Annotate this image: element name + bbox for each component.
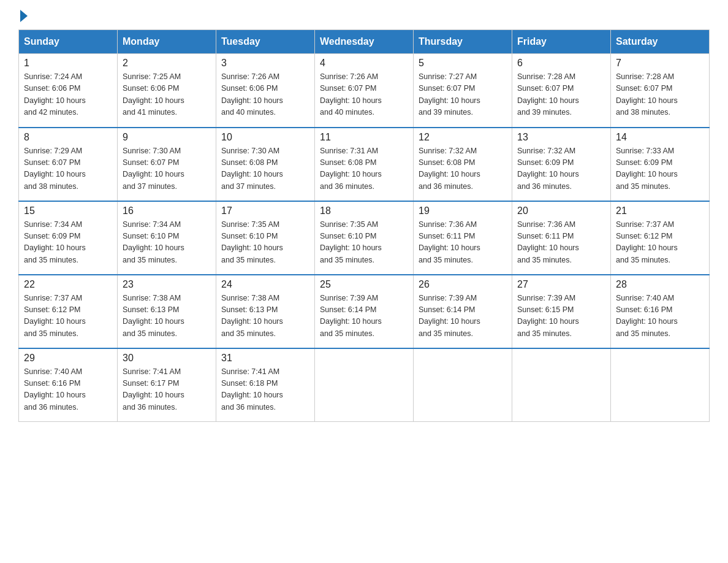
day-number: 22: [24, 279, 112, 290]
calendar-week-row: 1Sunrise: 7:24 AMSunset: 6:06 PMDaylight…: [19, 54, 710, 128]
logo-text: [18, 12, 28, 22]
day-number: 20: [517, 205, 605, 216]
day-info: Sunrise: 7:26 AMSunset: 6:07 PMDaylight:…: [320, 71, 408, 119]
calendar-cell: [414, 348, 512, 422]
day-info: Sunrise: 7:35 AMSunset: 6:10 PMDaylight:…: [221, 219, 309, 267]
day-info: Sunrise: 7:27 AMSunset: 6:07 PMDaylight:…: [419, 71, 507, 119]
day-number: 19: [419, 205, 507, 216]
day-info: Sunrise: 7:34 AMSunset: 6:09 PMDaylight:…: [24, 219, 112, 267]
day-info: Sunrise: 7:37 AMSunset: 6:12 PMDaylight:…: [616, 219, 704, 267]
day-info: Sunrise: 7:41 AMSunset: 6:18 PMDaylight:…: [221, 366, 309, 414]
calendar-cell: 1Sunrise: 7:24 AMSunset: 6:06 PMDaylight…: [19, 54, 118, 128]
calendar-cell: 12Sunrise: 7:32 AMSunset: 6:08 PMDayligh…: [414, 128, 512, 201]
day-number: 30: [123, 353, 211, 364]
header-monday: Monday: [118, 30, 216, 54]
day-number: 27: [517, 279, 605, 290]
day-number: 11: [320, 132, 408, 143]
calendar-cell: 10Sunrise: 7:30 AMSunset: 6:08 PMDayligh…: [216, 128, 315, 201]
day-number: 12: [419, 132, 507, 143]
day-number: 31: [221, 353, 309, 364]
day-number: 23: [123, 279, 211, 290]
header-thursday: Thursday: [414, 30, 512, 54]
day-number: 3: [221, 58, 309, 69]
day-info: Sunrise: 7:31 AMSunset: 6:08 PMDaylight:…: [320, 145, 408, 193]
day-info: Sunrise: 7:30 AMSunset: 6:08 PMDaylight:…: [221, 145, 309, 193]
day-number: 5: [419, 58, 507, 69]
calendar-week-row: 22Sunrise: 7:37 AMSunset: 6:12 PMDayligh…: [19, 275, 710, 348]
calendar-cell: 14Sunrise: 7:33 AMSunset: 6:09 PMDayligh…: [611, 128, 710, 201]
page-header: [18, 12, 710, 18]
day-number: 24: [221, 279, 309, 290]
calendar-cell: 31Sunrise: 7:41 AMSunset: 6:18 PMDayligh…: [216, 348, 315, 422]
calendar-cell: 24Sunrise: 7:38 AMSunset: 6:13 PMDayligh…: [216, 275, 315, 348]
calendar-cell: [512, 348, 611, 422]
day-number: 9: [123, 132, 211, 143]
calendar-week-row: 29Sunrise: 7:40 AMSunset: 6:16 PMDayligh…: [19, 348, 710, 422]
day-info: Sunrise: 7:32 AMSunset: 6:08 PMDaylight:…: [419, 145, 507, 193]
header-friday: Friday: [512, 30, 611, 54]
calendar-cell: [611, 348, 710, 422]
calendar-cell: 9Sunrise: 7:30 AMSunset: 6:07 PMDaylight…: [118, 128, 216, 201]
calendar-cell: [315, 348, 414, 422]
day-info: Sunrise: 7:28 AMSunset: 6:07 PMDaylight:…: [517, 71, 605, 119]
calendar-cell: 23Sunrise: 7:38 AMSunset: 6:13 PMDayligh…: [118, 275, 216, 348]
day-info: Sunrise: 7:38 AMSunset: 6:13 PMDaylight:…: [123, 293, 211, 340]
day-info: Sunrise: 7:30 AMSunset: 6:07 PMDaylight:…: [123, 145, 211, 193]
calendar-cell: 19Sunrise: 7:36 AMSunset: 6:11 PMDayligh…: [414, 201, 512, 275]
calendar-cell: 6Sunrise: 7:28 AMSunset: 6:07 PMDaylight…: [512, 54, 611, 128]
day-number: 8: [24, 132, 112, 143]
day-number: 13: [517, 132, 605, 143]
calendar-table: SundayMondayTuesdayWednesdayThursdayFrid…: [18, 29, 710, 422]
day-number: 7: [616, 58, 704, 69]
calendar-cell: 16Sunrise: 7:34 AMSunset: 6:10 PMDayligh…: [118, 201, 216, 275]
calendar-cell: 29Sunrise: 7:40 AMSunset: 6:16 PMDayligh…: [19, 348, 118, 422]
calendar-cell: 11Sunrise: 7:31 AMSunset: 6:08 PMDayligh…: [315, 128, 414, 201]
calendar-cell: 8Sunrise: 7:29 AMSunset: 6:07 PMDaylight…: [19, 128, 118, 201]
day-info: Sunrise: 7:39 AMSunset: 6:14 PMDaylight:…: [419, 293, 507, 340]
day-info: Sunrise: 7:36 AMSunset: 6:11 PMDaylight:…: [517, 219, 605, 267]
day-info: Sunrise: 7:32 AMSunset: 6:09 PMDaylight:…: [517, 145, 605, 193]
day-number: 21: [616, 205, 704, 216]
day-number: 14: [616, 132, 704, 143]
day-info: Sunrise: 7:36 AMSunset: 6:11 PMDaylight:…: [419, 219, 507, 267]
day-info: Sunrise: 7:28 AMSunset: 6:07 PMDaylight:…: [616, 71, 704, 119]
calendar-cell: 3Sunrise: 7:26 AMSunset: 6:06 PMDaylight…: [216, 54, 315, 128]
calendar-cell: 5Sunrise: 7:27 AMSunset: 6:07 PMDaylight…: [414, 54, 512, 128]
day-number: 1: [24, 58, 112, 69]
day-number: 26: [419, 279, 507, 290]
header-wednesday: Wednesday: [315, 30, 414, 54]
calendar-cell: 30Sunrise: 7:41 AMSunset: 6:17 PMDayligh…: [118, 348, 216, 422]
day-number: 6: [517, 58, 605, 69]
calendar-cell: 26Sunrise: 7:39 AMSunset: 6:14 PMDayligh…: [414, 275, 512, 348]
day-info: Sunrise: 7:33 AMSunset: 6:09 PMDaylight:…: [616, 145, 704, 193]
day-info: Sunrise: 7:40 AMSunset: 6:16 PMDaylight:…: [24, 366, 112, 414]
calendar-cell: 25Sunrise: 7:39 AMSunset: 6:14 PMDayligh…: [315, 275, 414, 348]
day-info: Sunrise: 7:34 AMSunset: 6:10 PMDaylight:…: [123, 219, 211, 267]
header-saturday: Saturday: [611, 30, 710, 54]
calendar-cell: 17Sunrise: 7:35 AMSunset: 6:10 PMDayligh…: [216, 201, 315, 275]
calendar-cell: 2Sunrise: 7:25 AMSunset: 6:06 PMDaylight…: [118, 54, 216, 128]
logo: [18, 12, 28, 18]
day-info: Sunrise: 7:35 AMSunset: 6:10 PMDaylight:…: [320, 219, 408, 267]
day-number: 18: [320, 205, 408, 216]
day-info: Sunrise: 7:24 AMSunset: 6:06 PMDaylight:…: [24, 71, 112, 119]
day-number: 28: [616, 279, 704, 290]
header-tuesday: Tuesday: [216, 30, 315, 54]
day-info: Sunrise: 7:41 AMSunset: 6:17 PMDaylight:…: [123, 366, 211, 414]
logo-triangle-icon: [20, 10, 28, 22]
day-number: 29: [24, 353, 112, 364]
day-number: 25: [320, 279, 408, 290]
day-info: Sunrise: 7:25 AMSunset: 6:06 PMDaylight:…: [123, 71, 211, 119]
calendar-cell: 20Sunrise: 7:36 AMSunset: 6:11 PMDayligh…: [512, 201, 611, 275]
day-info: Sunrise: 7:40 AMSunset: 6:16 PMDaylight:…: [616, 293, 704, 340]
calendar-cell: 7Sunrise: 7:28 AMSunset: 6:07 PMDaylight…: [611, 54, 710, 128]
day-info: Sunrise: 7:37 AMSunset: 6:12 PMDaylight:…: [24, 293, 112, 340]
calendar-cell: 22Sunrise: 7:37 AMSunset: 6:12 PMDayligh…: [19, 275, 118, 348]
day-number: 10: [221, 132, 309, 143]
calendar-week-row: 8Sunrise: 7:29 AMSunset: 6:07 PMDaylight…: [19, 128, 710, 201]
calendar-cell: 21Sunrise: 7:37 AMSunset: 6:12 PMDayligh…: [611, 201, 710, 275]
day-number: 15: [24, 205, 112, 216]
calendar-week-row: 15Sunrise: 7:34 AMSunset: 6:09 PMDayligh…: [19, 201, 710, 275]
day-number: 16: [123, 205, 211, 216]
day-number: 17: [221, 205, 309, 216]
